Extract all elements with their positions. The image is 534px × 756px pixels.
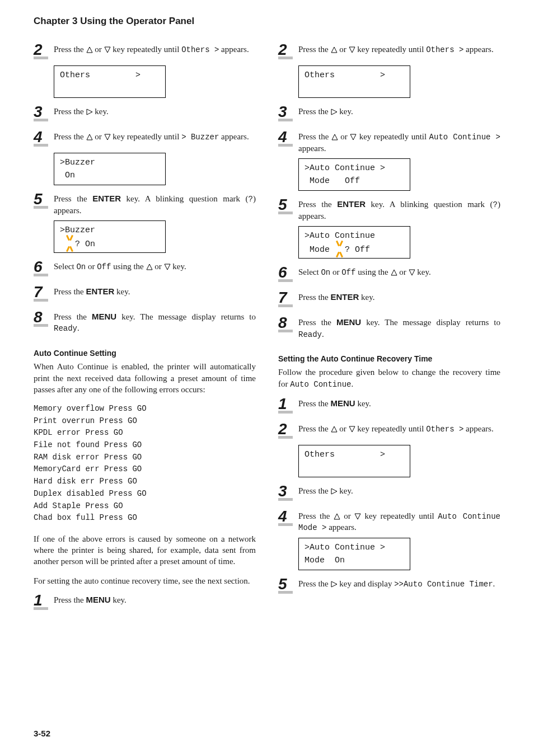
step-num-1: 1 — [278, 396, 298, 414]
right-icon — [86, 109, 93, 115]
svg-marker-14 — [331, 426, 337, 432]
chapter-heading: Chapter 3 Using the Operator Panel — [34, 16, 500, 27]
step-text: Select On or Off using the or key. — [54, 261, 256, 273]
step-text: Press the ENTER key. — [54, 286, 256, 297]
svg-marker-13 — [409, 270, 415, 275]
svg-marker-18 — [355, 514, 360, 519]
step-num-8: 8 — [278, 315, 298, 332]
step-text: Press the or key repeatedly until Others… — [298, 423, 500, 435]
step-num-7: 7 — [278, 290, 298, 307]
step-text: Press the or key repeatedly until Auto C… — [298, 131, 500, 154]
step-text: Press the MENU key. The message display … — [54, 311, 256, 334]
section-heading: Auto Continue Setting — [34, 349, 256, 358]
up-icon — [146, 264, 153, 270]
svg-marker-3 — [87, 134, 92, 140]
up-icon — [86, 46, 93, 53]
blink-icon — [65, 237, 75, 250]
blink-icon — [335, 243, 345, 255]
step-text: Press the key. — [298, 106, 500, 117]
step-num-6: 6 — [278, 265, 298, 282]
step-text: Press the MENU key. — [298, 398, 500, 409]
svg-marker-6 — [165, 264, 170, 270]
down-icon — [104, 134, 111, 140]
step-text: Press the or key repeatedly until > Buzz… — [54, 131, 256, 143]
right-icon — [331, 581, 338, 588]
step-text: Press the or key repeatedly until Others… — [298, 44, 500, 55]
step-num-2: 2 — [34, 42, 54, 59]
paragraph: If one of the above errors is caused by … — [34, 533, 256, 567]
right-icon — [331, 488, 338, 495]
right-icon — [331, 109, 338, 115]
step-text: Press the ENTER key. A blinking question… — [54, 193, 256, 216]
display-box: >Buzzer On — [54, 153, 166, 185]
step-text: Press the key and display >>Auto Continu… — [298, 578, 500, 590]
step-text: Press the or key repeatedly until Others… — [54, 44, 256, 55]
step-text: Press the MENU key. The message display … — [298, 317, 500, 340]
error-list: Memory overflow Press GO Print overrun P… — [34, 403, 256, 524]
up-icon — [86, 134, 93, 140]
svg-marker-2 — [87, 109, 92, 115]
svg-marker-11 — [350, 134, 356, 140]
right-column: 2 Press the or key repeatedly until Othe… — [278, 36, 500, 615]
up-icon — [331, 426, 338, 433]
up-icon — [391, 269, 397, 276]
step-num-4: 4 — [278, 129, 298, 147]
step-text: Press the MENU key. — [54, 594, 256, 605]
display-box: >Auto Continue > Mode On — [298, 538, 410, 570]
down-icon — [164, 264, 171, 270]
svg-marker-15 — [349, 426, 355, 432]
down-icon — [349, 46, 355, 53]
svg-marker-16 — [331, 489, 337, 494]
svg-marker-10 — [332, 134, 338, 140]
display-box: Others > — [54, 65, 166, 98]
display-box: >Buzzer ? On — [54, 220, 166, 253]
step-text: Press the ENTER key. — [298, 292, 500, 303]
display-box: Others > — [298, 445, 410, 477]
svg-marker-9 — [331, 109, 337, 115]
step-num-3: 3 — [278, 483, 298, 501]
up-icon — [331, 46, 338, 53]
left-column: 2 Press the or key repeatedly until Othe… — [34, 36, 256, 615]
down-icon — [349, 426, 355, 433]
section-heading: Setting the Auto Continue Recovery Time — [278, 354, 500, 363]
paragraph: Follow the procedure given below to chan… — [278, 367, 500, 389]
svg-marker-7 — [331, 47, 337, 53]
step-num-6: 6 — [34, 259, 54, 276]
display-box: >Auto Continue Mode ? Off — [298, 226, 410, 259]
up-icon — [334, 513, 340, 520]
step-text: Press the or key repeatedly until Auto C… — [298, 510, 500, 534]
step-num-4: 4 — [34, 129, 54, 147]
step-num-4: 4 — [278, 509, 298, 526]
svg-marker-1 — [105, 47, 110, 53]
down-icon — [409, 269, 415, 276]
step-text: Press the key. — [298, 485, 500, 496]
step-text: Press the key. — [54, 106, 256, 117]
svg-marker-8 — [349, 47, 355, 53]
up-icon — [331, 134, 338, 140]
svg-marker-0 — [87, 47, 92, 53]
step-num-2: 2 — [278, 42, 298, 59]
svg-marker-19 — [331, 581, 337, 587]
step-num-8: 8 — [34, 309, 54, 327]
step-num-3: 3 — [34, 104, 54, 121]
down-icon — [350, 134, 357, 140]
svg-marker-4 — [105, 134, 110, 140]
down-icon — [104, 46, 111, 53]
svg-marker-17 — [334, 514, 340, 519]
step-num-7: 7 — [34, 284, 54, 302]
paragraph: When Auto Continue is enabled, the print… — [34, 361, 256, 395]
step-num-5: 5 — [278, 197, 298, 214]
display-box: >Auto Continue > Mode Off — [298, 158, 410, 191]
step-num-1: 1 — [34, 593, 54, 610]
svg-marker-5 — [147, 264, 152, 270]
display-box: Others > — [298, 65, 410, 98]
step-num-3: 3 — [278, 104, 298, 121]
step-num-5: 5 — [34, 191, 54, 209]
step-num-2: 2 — [278, 421, 298, 439]
step-text: Select On or Off using the or key. — [298, 266, 500, 278]
page-number: 3-52 — [34, 729, 50, 738]
svg-marker-12 — [391, 270, 397, 275]
paragraph: For setting the auto continue recovery t… — [34, 575, 256, 586]
step-text: Press the ENTER key. A blinking question… — [298, 199, 500, 222]
down-icon — [354, 513, 361, 520]
